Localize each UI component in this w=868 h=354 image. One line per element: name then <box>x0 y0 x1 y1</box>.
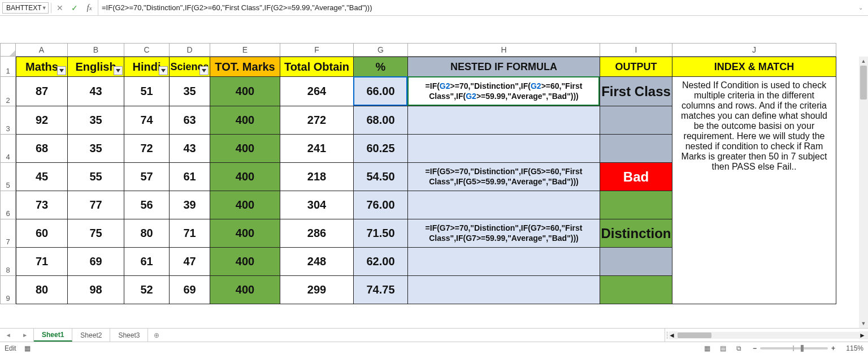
column-header-E[interactable]: E <box>210 43 280 57</box>
row-header-9[interactable]: 9 <box>0 276 16 304</box>
cell-D5[interactable]: 61 <box>170 163 210 191</box>
tab-nav-next-icon[interactable]: ► <box>22 332 28 338</box>
zoom-out-button[interactable]: − <box>753 344 757 352</box>
scroll-down-icon[interactable]: ▼ <box>859 319 868 328</box>
cell-F6[interactable]: 304 <box>280 191 354 219</box>
page-layout-view-button[interactable]: ▤ <box>715 343 731 353</box>
cell-B5[interactable]: 55 <box>68 163 124 191</box>
cell-I3[interactable] <box>600 106 672 135</box>
header-cell-I[interactable]: OUTPUT <box>600 57 672 77</box>
cell-G9[interactable]: 74.75 <box>354 276 408 304</box>
sheet-tab-nav[interactable]: ◄ ► <box>0 329 34 342</box>
cell-G2[interactable]: 66.00 <box>354 77 408 106</box>
cell-G4[interactable]: 60.25 <box>354 135 408 163</box>
cell-H4[interactable] <box>408 135 600 163</box>
cancel-formula-button[interactable]: ✕ <box>54 2 66 14</box>
row-header-7[interactable]: 7 <box>0 219 16 248</box>
cell-B6[interactable]: 77 <box>68 191 124 219</box>
cell-H3[interactable] <box>408 106 600 135</box>
cell-I7[interactable]: Distinction <box>600 219 672 248</box>
cell-A7[interactable]: 60 <box>16 219 68 248</box>
header-cell-F[interactable]: Total Obtain <box>280 57 354 77</box>
cell-H6[interactable] <box>408 191 600 219</box>
column-header-B[interactable]: B <box>68 43 124 57</box>
cell-C3[interactable]: 74 <box>124 106 170 135</box>
cell-A9[interactable]: 80 <box>16 276 68 304</box>
cell-G5[interactable]: 54.50 <box>354 163 408 191</box>
select-all-corner[interactable] <box>0 43 16 57</box>
header-cell-A[interactable]: Maths <box>16 57 68 77</box>
row-header-5[interactable]: 5 <box>0 163 16 191</box>
header-cell-B[interactable]: English <box>68 57 124 77</box>
cell-F4[interactable]: 241 <box>280 135 354 163</box>
scroll-up-icon[interactable]: ▲ <box>859 57 868 66</box>
column-header-C[interactable]: C <box>124 43 170 57</box>
filter-dropdown-D[interactable] <box>199 66 209 75</box>
zoom-slider-thumb[interactable] <box>801 345 804 352</box>
header-cell-D[interactable]: Science <box>170 57 210 77</box>
cell-E5[interactable]: 400 <box>210 163 280 191</box>
cell-A5[interactable]: 45 <box>16 163 68 191</box>
cell-C2[interactable]: 51 <box>124 77 170 106</box>
cell-D4[interactable]: 43 <box>170 135 210 163</box>
cell-A3[interactable]: 92 <box>16 106 68 135</box>
cell-D7[interactable]: 71 <box>170 219 210 248</box>
cell-D6[interactable]: 39 <box>170 191 210 219</box>
formula-input[interactable]: =IF(G2>=70,"Distinction",IF(G2>=60,"Firs… <box>98 0 853 15</box>
tab-nav-prev-icon[interactable]: ◄ <box>6 332 11 338</box>
sheet-tab-sheet3[interactable]: Sheet3 <box>110 329 148 342</box>
cell-E3[interactable]: 400 <box>210 106 280 135</box>
cell-I6[interactable] <box>600 191 672 219</box>
row-header-8[interactable]: 8 <box>0 248 16 276</box>
column-header-D[interactable]: D <box>170 43 210 57</box>
cell-I8[interactable] <box>600 248 672 276</box>
column-header-G[interactable]: G <box>354 43 408 57</box>
zoom-slider[interactable] <box>760 347 828 349</box>
column-header-H[interactable]: H <box>408 43 600 57</box>
page-break-view-button[interactable]: ⧉ <box>731 343 747 353</box>
cell-E6[interactable]: 400 <box>210 191 280 219</box>
cell-H9[interactable] <box>408 276 600 304</box>
cell-C4[interactable]: 72 <box>124 135 170 163</box>
row-header-6[interactable]: 6 <box>0 191 16 219</box>
cell-B4[interactable]: 35 <box>68 135 124 163</box>
cell-D9[interactable]: 69 <box>170 276 210 304</box>
header-cell-J[interactable]: INDEX & MATCH <box>672 57 836 77</box>
cell-G7[interactable]: 71.50 <box>354 219 408 248</box>
cell-I2[interactable]: First Class <box>600 77 672 106</box>
horizontal-scrollbar[interactable]: ┆ ◄ ► <box>665 329 868 342</box>
macro-record-icon[interactable]: ▦ <box>24 344 31 352</box>
cell-D3[interactable]: 63 <box>170 106 210 135</box>
cell-J2[interactable]: Nested If Condition is used to check mul… <box>672 77 836 304</box>
header-cell-G[interactable]: % <box>354 57 408 77</box>
cell-E4[interactable]: 400 <box>210 135 280 163</box>
cell-F7[interactable]: 286 <box>280 219 354 248</box>
row-header-1[interactable]: 1 <box>0 57 16 77</box>
cell-H5[interactable]: =IF(G5>=70,"Distinction",IF(G5>=60,"Firs… <box>408 163 600 191</box>
column-header-I[interactable]: I <box>600 43 672 57</box>
cell-I5[interactable]: Bad <box>600 163 672 191</box>
cell-A8[interactable]: 71 <box>16 248 68 276</box>
cell-E2[interactable]: 400 <box>210 77 280 106</box>
insert-function-button[interactable]: fx <box>83 2 96 14</box>
cell-F3[interactable]: 272 <box>280 106 354 135</box>
accept-formula-button[interactable]: ✓ <box>68 2 81 14</box>
name-box-dropdown-icon[interactable]: ▼ <box>42 5 47 11</box>
cell-F9[interactable]: 299 <box>280 276 354 304</box>
name-box[interactable]: BAHTTEXT ▼ <box>2 2 49 14</box>
spreadsheet-grid[interactable]: ABCDEFGHIJ123456789MathsEnglishHindiScie… <box>0 43 868 304</box>
header-cell-C[interactable]: Hindi <box>124 57 170 77</box>
row-header-2[interactable]: 2 <box>0 77 16 106</box>
row-header-3[interactable]: 3 <box>0 106 16 135</box>
scroll-left-icon[interactable]: ◄ <box>669 331 678 339</box>
expand-formula-bar-icon[interactable]: ⌄ <box>856 5 866 11</box>
horizontal-scroll-track[interactable] <box>678 332 859 339</box>
cell-C8[interactable]: 61 <box>124 248 170 276</box>
cell-B7[interactable]: 75 <box>68 219 124 248</box>
sheet-tab-sheet2[interactable]: Sheet2 <box>72 329 110 342</box>
cell-A4[interactable]: 68 <box>16 135 68 163</box>
filter-dropdown-B[interactable] <box>114 66 123 75</box>
cell-B8[interactable]: 69 <box>68 248 124 276</box>
cell-I9[interactable] <box>600 276 672 304</box>
cell-H7[interactable]: =IF(G7>=70,"Distinction",IF(G7>=60,"Firs… <box>408 219 600 248</box>
